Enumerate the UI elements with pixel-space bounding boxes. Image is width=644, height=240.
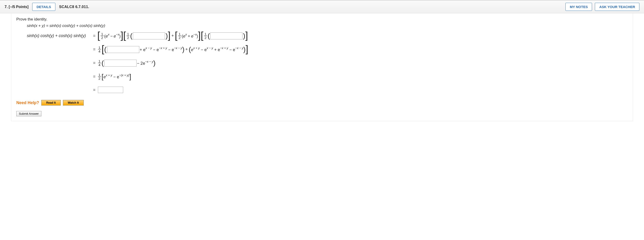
fraction-half: 1 2 xyxy=(98,73,101,80)
question-panel: Prove the identity. sinh(x + y) = sinh(x… xyxy=(11,13,633,121)
work-line-1: sinh(x) cosh(y) + cosh(x) sinh(y) = [ 1 … xyxy=(27,32,628,39)
math-text: (ex+e−x) xyxy=(182,33,198,39)
work-line-2: = 1 4 [ ( + ex − y − e−x + y − e−x − y )… xyxy=(27,46,628,53)
answer-blank-4[interactable] xyxy=(104,60,136,67)
fraction-quarter: 1 4 xyxy=(98,59,101,67)
header-left: 7. [–/5 Points] DETAILS SCALC8 6.7.011. xyxy=(4,3,89,11)
math-text: − 2e−x − y xyxy=(137,60,153,66)
answer-blank-5[interactable] xyxy=(98,87,123,93)
ask-teacher-button[interactable]: ASK YOUR TEACHER xyxy=(595,3,640,11)
identity-text: sinh(x + y) = sinh(x) cosh(y) + cosh(x) … xyxy=(27,24,628,28)
math-text: + ex − y − e−x + y − e−x − y xyxy=(140,47,182,52)
math-text: ex + y − ex − y + e−x + y − e−x − y xyxy=(191,47,244,52)
reference-id: SCALC8 6.7.011. xyxy=(59,5,89,9)
lhs-expression: sinh(x) cosh(y) + cosh(x) sinh(y) xyxy=(27,33,91,38)
fraction-half: 1 2 xyxy=(126,32,130,39)
answer-blank-3[interactable] xyxy=(107,46,139,53)
need-help-label: Need Help? xyxy=(16,100,39,105)
equals-sign: = xyxy=(93,47,96,52)
work-line-4: = 1 2 [ ex + y − e−(x + y) ] xyxy=(27,73,628,80)
fraction-half: 1 2 xyxy=(204,32,207,39)
math-text: (ex−e−x) xyxy=(104,33,121,39)
fraction-quarter: 1 4 xyxy=(98,46,101,53)
plus-sign: + xyxy=(185,47,188,52)
work-line-5: = xyxy=(27,87,628,93)
math-text: ex + y − e−(x + y) xyxy=(104,74,129,79)
plus-sign: + xyxy=(172,33,174,38)
work-line-3: = 1 4 ( − 2e−x − y ) xyxy=(27,59,628,67)
fraction-half: 1 2 xyxy=(178,32,181,39)
answer-blank-2[interactable] xyxy=(210,33,242,39)
question-header: 7. [–/5 Points] DETAILS SCALC8 6.7.011. … xyxy=(0,0,644,13)
submit-answer-button[interactable]: Submit Answer xyxy=(16,111,41,116)
need-help-row: Need Help? Read It Watch It xyxy=(16,100,628,105)
fraction-half: 1 2 xyxy=(100,32,104,39)
equals-sign: = xyxy=(93,33,96,38)
equals-sign: = xyxy=(93,74,96,79)
read-it-button[interactable]: Read It xyxy=(41,100,61,105)
question-number: 7. [–/5 Points] xyxy=(4,5,28,9)
answer-blank-1[interactable] xyxy=(133,33,165,39)
equals-sign: = xyxy=(93,61,96,65)
details-button[interactable]: DETAILS xyxy=(32,3,56,11)
my-notes-button[interactable]: MY NOTES xyxy=(566,3,592,11)
watch-it-button[interactable]: Watch It xyxy=(63,100,84,105)
equals-sign: = xyxy=(93,87,96,92)
header-right: MY NOTES ASK YOUR TEACHER xyxy=(566,3,640,11)
prompt-text: Prove the identity. xyxy=(16,17,628,22)
